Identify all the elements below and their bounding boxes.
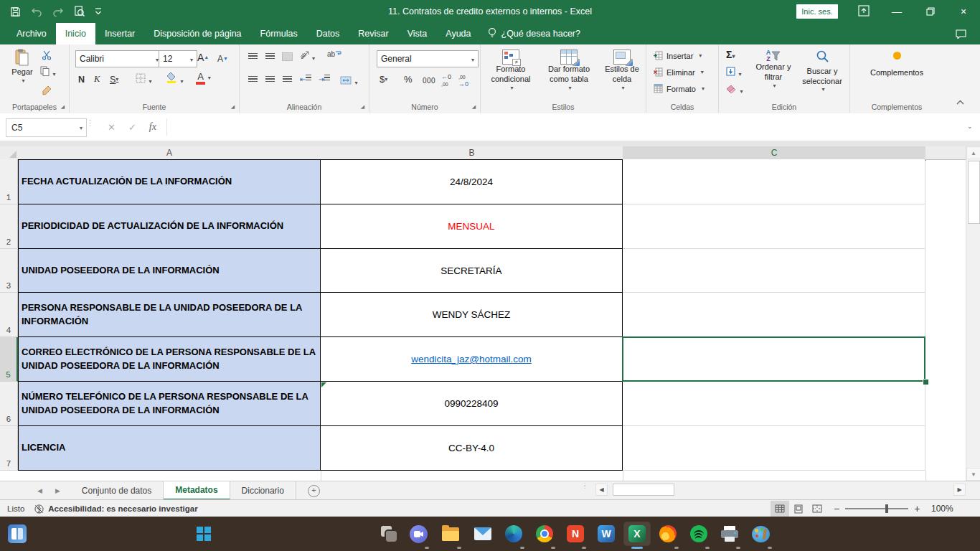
tab-insertar[interactable]: Insertar [95,23,144,44]
decrease-decimal-button[interactable]: ,00→0 [458,73,468,88]
cell-b2[interactable]: MENSUAL [321,204,623,249]
insert-cells-button[interactable]: Insertar [654,51,702,60]
font-dialog-launcher[interactable]: ◢ [230,103,236,110]
number-dialog-launcher[interactable]: ◢ [471,103,477,110]
sort-filter-button[interactable]: AZ Ordenar y filtrar [750,50,796,90]
cancel-entry-icon[interactable]: ✕ [108,122,116,133]
row-header-1[interactable]: 1 [0,159,18,204]
italic-button[interactable]: K [91,72,103,87]
cell-c4[interactable] [623,293,925,337]
edge-icon[interactable] [502,522,525,545]
column-header-b[interactable]: B [321,146,623,160]
percent-button[interactable]: % [401,72,415,87]
thousands-button[interactable]: 000 [420,73,438,88]
sheet-tab-conjunto[interactable]: Conjunto de datos [70,481,164,500]
cell-styles-button[interactable]: Estilos de celda [600,50,644,92]
row-header-5[interactable]: 5 [0,337,18,382]
borders-button[interactable] [136,73,151,86]
font-name-select[interactable]: Calibri [75,50,163,67]
sheet-nav-left-icon[interactable]: ◀ [37,487,42,494]
cell-c6[interactable] [623,382,925,426]
align-left-icon[interactable] [248,76,258,83]
scroll-up-icon[interactable]: ▲ [966,146,980,159]
cell-b5[interactable]: wendicita_jaz@hotmail.com [321,337,623,382]
align-right-icon[interactable] [283,76,292,83]
close-button[interactable]: × [947,0,980,23]
cell-a1[interactable]: FECHA ACTUALIZACIÓN DE LA INFORMACIÓN [18,159,321,204]
find-select-button[interactable]: Buscar y seleccionar [798,50,847,93]
cell-a2[interactable]: PERIODICIDAD DE ACTUALIZACIÓN DE LA INFO… [18,204,321,249]
column-header-a[interactable]: A [18,146,321,160]
collapse-ribbon-icon[interactable] [956,95,964,108]
alignment-dialog-launcher[interactable]: ◢ [359,103,366,110]
tell-me-search[interactable]: ¿Qué desea hacer? [481,23,588,44]
cell-b1[interactable]: 24/8/2024 [321,159,623,204]
sheet-tab-metadatos[interactable]: Metadatos [164,481,230,500]
row-header-7[interactable]: 7 [0,426,18,471]
zoom-in-icon[interactable]: + [914,503,920,514]
scroll-right-icon[interactable]: ▶ [953,484,966,496]
bold-button[interactable]: N [75,72,88,87]
accessibility-status[interactable]: Accesibilidad: es necesario investigar [34,504,197,514]
increase-font-button[interactable]: A▲ [194,50,212,65]
addins-button[interactable]: Complementos [867,52,926,78]
sign-in-button[interactable]: Inic. ses. [796,4,838,19]
ribbon-display-options-icon[interactable] [858,5,870,19]
word-icon[interactable]: W [595,522,618,545]
row-header-4[interactable]: 4 [0,293,18,337]
decrease-font-button[interactable]: A▼ [215,51,231,66]
scroll-down-icon[interactable]: ▼ [966,468,980,481]
font-color-button[interactable]: A [196,71,211,85]
printer-icon[interactable] [718,522,741,545]
formula-bar-handle[interactable]: ⋮ [86,121,94,125]
format-cells-button[interactable]: Formato [654,84,705,93]
tab-disposicion[interactable]: Disposición de página [144,23,250,44]
autosum-button[interactable]: Σ [726,49,735,60]
paint-icon[interactable] [749,522,772,545]
save-icon[interactable] [10,6,21,17]
zoom-percentage[interactable]: 100% [931,500,953,517]
tab-revisar[interactable]: Revisar [349,23,397,44]
file-explorer-icon[interactable] [439,522,462,545]
align-middle-icon[interactable] [265,53,275,60]
chat-icon[interactable] [407,522,430,545]
zoom-slider[interactable] [845,508,908,509]
row-header-6[interactable]: 6 [0,382,18,426]
cell-b6[interactable]: 0990228409 [321,382,623,426]
vertical-scroll-thumb[interactable] [968,161,980,224]
sheet-tab-diccionario[interactable]: Diccionario [230,481,296,500]
mail-icon[interactable] [471,522,494,545]
scroll-left-icon[interactable]: ◀ [595,484,608,496]
undo-icon[interactable] [31,6,42,17]
minimize-button[interactable]: — [880,0,913,23]
widgets-icon[interactable] [6,522,29,545]
zoom-out-icon[interactable]: − [834,503,839,514]
print-preview-icon[interactable] [74,6,85,17]
select-all-corner[interactable] [0,146,19,160]
format-painter-button[interactable] [42,85,52,98]
cell-b7[interactable]: CC-BY-4.0 [321,426,623,471]
expand-formula-bar-icon[interactable]: ⌄ [967,123,973,130]
cell-c2[interactable] [623,204,925,249]
align-bottom-icon[interactable] [283,53,292,60]
start-button[interactable] [192,522,215,545]
cell-a4[interactable]: PERSONA RESPONSABLE DE LA UNIDAD POSEEDO… [18,293,321,337]
fill-button[interactable] [726,66,741,79]
page-break-view-icon[interactable] [808,501,826,517]
chrome-icon[interactable] [533,522,556,545]
vertical-scrollbar[interactable]: ▲ ▼ [966,146,980,481]
increase-indent-icon[interactable]: ⇥ [319,75,330,83]
excel-icon[interactable]: X [624,522,650,545]
number-format-select[interactable]: General [377,50,479,67]
fill-handle[interactable] [923,379,929,385]
scrollbar-resize-handle[interactable]: ⁞ [584,485,586,488]
email-hyperlink[interactable]: wendicita_jaz@hotmail.com [411,354,532,364]
redo-icon[interactable] [52,6,64,17]
sheet-nav-right-icon[interactable]: ▶ [55,487,60,494]
clipboard-dialog-launcher[interactable]: ◢ [60,103,66,110]
cell-a7[interactable]: LICENCIA [18,426,321,471]
conditional-formatting-button[interactable]: ≠ Formato condicional [485,50,537,92]
firefox-icon[interactable] [656,522,679,545]
active-cell-selection[interactable] [622,336,925,382]
fill-color-button[interactable] [166,72,183,86]
